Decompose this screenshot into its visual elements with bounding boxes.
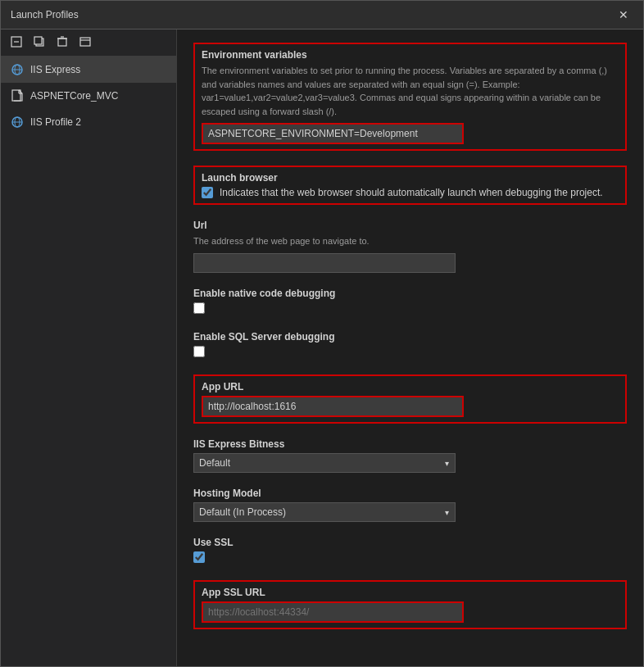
- svg-rect-7: [80, 38, 90, 46]
- content-panel: Environment variables The environment va…: [177, 29, 643, 666]
- native-debug-checkbox[interactable]: [193, 302, 205, 314]
- url-label: Url: [193, 220, 627, 231]
- sidebar-item-iis-express[interactable]: IIS Express: [1, 57, 176, 83]
- close-button[interactable]: ✕: [614, 7, 633, 22]
- aspnetcore-label: ASPNETCore_MVC: [30, 90, 118, 102]
- svg-rect-4: [58, 39, 66, 46]
- iis-bitness-label: IIS Express Bitness: [193, 438, 627, 450]
- iis-profile2-label: IIS Profile 2: [30, 116, 81, 128]
- hosting-model-wrapper: Default (In Process) In Process Out Of P…: [193, 502, 456, 522]
- app-url-section: App URL: [193, 374, 627, 424]
- sql-debug-label: Enable SQL Server debugging: [193, 331, 627, 343]
- svg-rect-3: [34, 37, 42, 44]
- dialog-body: IIS Express ASPNETCore_MVC: [1, 29, 643, 666]
- iis-bitness-wrapper: Default x64 x86: [193, 453, 456, 473]
- launch-browser-checkbox[interactable]: [202, 187, 213, 198]
- use-ssl-checkbox[interactable]: [193, 551, 205, 563]
- native-debug-section: Enable native code debugging: [193, 288, 627, 316]
- env-vars-desc: The environment variables to set prior t…: [202, 64, 619, 118]
- launch-browser-row: Indicates that the web browser should au…: [202, 187, 619, 198]
- use-ssl-label: Use SSL: [193, 537, 627, 548]
- iis-express-label: IIS Express: [30, 64, 80, 75]
- iis-profile2-icon: [11, 116, 24, 129]
- sidebar: IIS Express ASPNETCore_MVC: [1, 29, 177, 666]
- sidebar-item-aspnetcore[interactable]: ASPNETCore_MVC: [1, 83, 176, 109]
- delete-profile-button[interactable]: [53, 34, 71, 51]
- copy-profile-button[interactable]: [30, 34, 48, 51]
- url-section: Url The address of the web page to navig…: [193, 220, 627, 273]
- app-url-label: App URL: [202, 381, 619, 392]
- env-vars-section: Environment variables The environment va…: [193, 43, 627, 151]
- sql-debug-section: Enable SQL Server debugging: [193, 331, 627, 360]
- toolbar: [1, 29, 176, 57]
- iis-express-icon: [11, 63, 24, 76]
- aspnetcore-icon: [11, 89, 24, 102]
- app-ssl-url-input[interactable]: [202, 601, 464, 623]
- env-vars-input[interactable]: [202, 123, 464, 144]
- hosting-model-label: Hosting Model: [193, 488, 627, 499]
- app-ssl-url-label: App SSL URL: [202, 587, 619, 598]
- app-ssl-url-section: App SSL URL: [193, 580, 627, 629]
- profile-list: IIS Express ASPNETCore_MVC: [1, 57, 176, 666]
- url-input[interactable]: [193, 253, 456, 273]
- hosting-model-select[interactable]: Default (In Process) In Process Out Of P…: [193, 502, 456, 522]
- env-vars-label: Environment variables: [202, 49, 619, 61]
- rename-profile-button[interactable]: [76, 34, 94, 51]
- title-bar: Launch Profiles ✕: [1, 1, 643, 29]
- sql-debug-checkbox[interactable]: [193, 346, 205, 357]
- sidebar-item-iis-profile2[interactable]: IIS Profile 2: [1, 109, 176, 135]
- launch-browser-desc: Indicates that the web browser should au…: [220, 187, 603, 198]
- url-input-area: [193, 253, 627, 273]
- app-url-input[interactable]: [202, 396, 464, 417]
- launch-profiles-dialog: Launch Profiles ✕: [0, 0, 644, 667]
- launch-browser-label: Launch browser: [202, 172, 619, 184]
- add-profile-button[interactable]: [7, 34, 25, 51]
- url-desc: The address of the web page to navigate …: [193, 234, 627, 248]
- use-ssl-section: Use SSL: [193, 537, 627, 565]
- launch-browser-section: Launch browser Indicates that the web br…: [193, 166, 627, 205]
- dialog-title: Launch Profiles: [11, 9, 79, 20]
- native-debug-label: Enable native code debugging: [193, 288, 627, 299]
- iis-bitness-select[interactable]: Default x64 x86: [193, 453, 456, 473]
- hosting-model-section: Hosting Model Default (In Process) In Pr…: [193, 488, 627, 522]
- iis-bitness-section: IIS Express Bitness Default x64 x86: [193, 438, 627, 473]
